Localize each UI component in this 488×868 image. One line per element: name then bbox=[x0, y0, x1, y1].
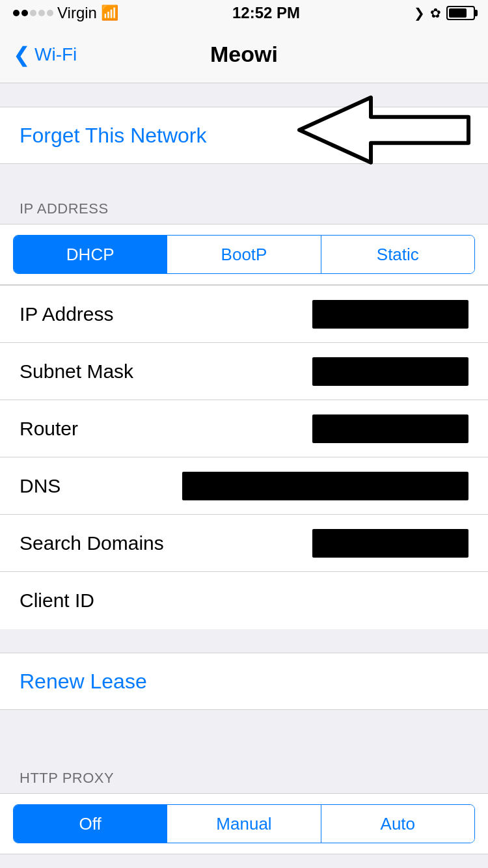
row-value-search-domains bbox=[312, 529, 468, 558]
segment-bootp[interactable]: BootP bbox=[167, 236, 321, 273]
back-button[interactable]: ❮ Wi-Fi bbox=[13, 44, 77, 65]
forget-network-row[interactable]: Forget This Network bbox=[0, 107, 488, 164]
battery-fill bbox=[449, 8, 467, 18]
section-gap-2 bbox=[0, 164, 488, 187]
signal-dot-2 bbox=[21, 10, 28, 16]
table-row-router: Router bbox=[0, 400, 488, 457]
table-row-subnet-mask: Subnet Mask bbox=[0, 343, 488, 400]
back-label: Wi-Fi bbox=[34, 44, 77, 65]
renew-lease-label: Renew Lease bbox=[20, 670, 147, 694]
nav-bar: ❮ Wi-Fi Meowi bbox=[0, 26, 488, 83]
status-left: Virgin 📶 bbox=[13, 4, 118, 22]
row-label-subnet-mask: Subnet Mask bbox=[20, 360, 133, 383]
ip-table: IP Address Subnet Mask Router DNS Search… bbox=[0, 285, 488, 629]
signal-dot-1 bbox=[13, 10, 20, 16]
row-label-dns: DNS bbox=[20, 475, 61, 497]
battery-indicator bbox=[446, 6, 475, 20]
signal-dot-4 bbox=[38, 10, 45, 16]
ip-segment-control: DHCP BootP Static bbox=[13, 235, 475, 274]
row-label-router: Router bbox=[20, 418, 78, 440]
forget-network-wrapper: Forget This Network bbox=[0, 107, 488, 164]
row-label-search-domains: Search Domains bbox=[20, 532, 164, 554]
carrier-label: Virgin bbox=[57, 4, 97, 22]
signal-dots bbox=[13, 10, 53, 16]
status-bar: Virgin 📶 12:52 PM ❯ ✿ bbox=[0, 0, 488, 26]
table-row-ip-address: IP Address bbox=[0, 286, 488, 343]
proxy-option-off[interactable]: Off bbox=[14, 805, 167, 843]
bluetooth-icon: ✿ bbox=[430, 5, 441, 21]
row-value-subnet-mask bbox=[312, 357, 468, 386]
forget-network-label: Forget This Network bbox=[20, 124, 207, 148]
segment-static[interactable]: Static bbox=[321, 236, 474, 273]
ip-segment-wrapper: DHCP BootP Static bbox=[0, 224, 488, 285]
segment-dhcp[interactable]: DHCP bbox=[14, 236, 167, 273]
section-gap-top bbox=[0, 83, 488, 107]
page-title: Meowi bbox=[210, 42, 278, 67]
back-chevron-icon: ❮ bbox=[13, 44, 31, 65]
ip-address-section-header: IP ADDRESS bbox=[0, 187, 488, 224]
row-value-ip-address bbox=[312, 300, 468, 329]
row-label-client-id: Client ID bbox=[20, 590, 94, 612]
table-row-search-domains: Search Domains bbox=[0, 515, 488, 572]
http-proxy-segment-wrapper: Off Manual Auto bbox=[0, 793, 488, 854]
row-value-dns bbox=[182, 472, 468, 500]
status-right: ❯ ✿ bbox=[414, 5, 475, 21]
row-label-ip-address: IP Address bbox=[20, 303, 114, 325]
proxy-option-manual[interactable]: Manual bbox=[167, 805, 321, 843]
table-row-client-id: Client ID bbox=[0, 572, 488, 629]
table-row-dns: DNS bbox=[0, 457, 488, 515]
section-gap-3 bbox=[0, 710, 488, 733]
status-time: 12:52 PM bbox=[232, 4, 300, 22]
http-proxy-segment-control: Off Manual Auto bbox=[13, 804, 475, 843]
signal-dot-3 bbox=[30, 10, 36, 16]
row-value-router bbox=[312, 414, 468, 443]
signal-dot-5 bbox=[47, 10, 53, 16]
proxy-option-auto[interactable]: Auto bbox=[321, 805, 474, 843]
http-proxy-header: HTTP PROXY bbox=[0, 757, 488, 793]
page: Virgin 📶 12:52 PM ❯ ✿ ❮ Wi-Fi Meowi Forg… bbox=[0, 0, 488, 854]
wifi-icon: 📶 bbox=[101, 5, 118, 21]
location-icon: ❯ bbox=[414, 5, 425, 21]
renew-lease-row[interactable]: Renew Lease bbox=[0, 653, 488, 710]
